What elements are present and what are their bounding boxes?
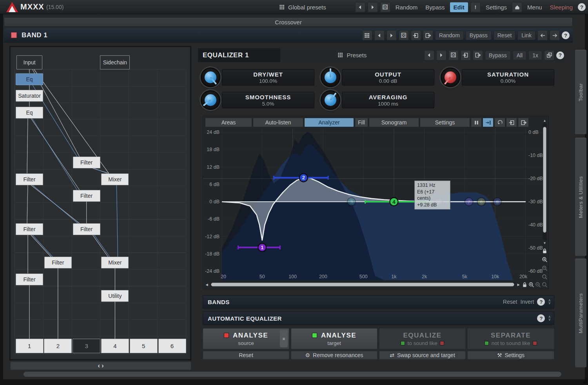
tab-auto-listen[interactable]: Auto-listen [253, 118, 303, 127]
node-saturator-saturator[interactable]: Saturator [16, 90, 43, 102]
graph-export-icon[interactable] [518, 118, 528, 127]
tab-sonogram[interactable]: Sonogram [369, 118, 419, 127]
dry-wet-knob[interactable] [201, 68, 220, 87]
analyse-target-button[interactable]: ANALYSE target [291, 328, 377, 349]
eq-help-icon[interactable]: ? [556, 51, 564, 59]
node-filter-filter_g[interactable]: Filter [16, 274, 43, 285]
band-forward-arrow[interactable] [550, 30, 560, 40]
scroll-up-icon[interactable]: ▲ [542, 118, 547, 123]
scroll-right-icon[interactable]: ▶ [516, 282, 521, 287]
random-dice-icon[interactable]: ⚄ [380, 2, 390, 12]
bypass-button[interactable]: Bypass [423, 3, 447, 12]
tab-analyzer[interactable]: Analyzer [305, 118, 354, 127]
zoom-out-icon[interactable] [542, 265, 548, 271]
eq-plot[interactable]: 1234576824 dB18 dB12 dB6 dB0 dB-6 dB-12 … [203, 128, 543, 280]
node-input-input[interactable]: Input [16, 55, 42, 69]
eq-band-3-handle[interactable]: 3 [347, 198, 356, 206]
graph-import-icon[interactable] [506, 118, 517, 127]
analyse-source-menu-icon[interactable]: ≡ [280, 330, 288, 347]
averaging-knob[interactable] [321, 90, 340, 110]
graph-vertical-scrollbar[interactable]: ▲ ▼ [542, 118, 548, 286]
node-filter-filter_c[interactable]: Filter [73, 190, 100, 202]
scroll-down-icon[interactable]: ▼ [542, 241, 547, 245]
node-mixer-mixer_b[interactable]: Mixer [101, 257, 129, 268]
sleeping-status[interactable]: Sleeping [547, 3, 575, 12]
band-back-arrow[interactable] [537, 30, 548, 40]
node-filter-filter_d[interactable]: Filter [16, 223, 43, 235]
output-slot-4[interactable]: 4 [101, 339, 129, 353]
home-icon[interactable] [512, 2, 522, 12]
settings-button[interactable]: Settings [483, 3, 510, 12]
next-preset-button[interactable] [368, 2, 378, 12]
output-slot-1[interactable]: 1 [16, 339, 44, 353]
help-icon[interactable]: ? [578, 3, 586, 11]
menu-button[interactable]: Menu [524, 3, 545, 12]
output-value-panel[interactable]: OUTPUT0.00 dB [342, 69, 434, 86]
remove-resonances-button[interactable]: ⚙ Remove resonances [291, 351, 377, 359]
node-filter-filter_f[interactable]: Filter [44, 257, 72, 268]
smoothness-value-panel[interactable]: SMOOTHNESS5.0% [222, 92, 314, 108]
eq-next-button[interactable] [436, 50, 446, 60]
scroll-left-icon[interactable]: ◀ [204, 282, 209, 287]
node-filter-filter_e[interactable]: Filter [73, 223, 100, 235]
eq-band-7-handle[interactable]: 7 [465, 198, 473, 206]
vscroll-thumb[interactable] [543, 127, 546, 233]
normalize-icon[interactable] [483, 118, 493, 127]
eq-export-icon[interactable] [473, 50, 483, 60]
band-import-icon[interactable] [411, 30, 421, 40]
smoothness-knob[interactable] [201, 90, 220, 110]
hscroll-thumb[interactable] [211, 283, 514, 286]
eq-1x-button[interactable]: 1x [528, 51, 542, 60]
autoeq-collapse-spinner[interactable]: ∧∨ [548, 316, 551, 321]
band-next-button[interactable] [387, 30, 397, 40]
band-link-button[interactable]: Link [517, 31, 535, 40]
bands-reset-button[interactable]: Reset [503, 299, 517, 305]
output-slot-5[interactable]: 5 [130, 339, 158, 353]
analyse-source-button[interactable]: ANALYSE source ≡ [203, 328, 289, 349]
eq-prev-button[interactable] [424, 50, 434, 60]
edit-button[interactable]: Edit [450, 2, 468, 12]
h-zoom-out-icon[interactable] [535, 282, 541, 288]
eq-bypass-button[interactable]: Bypass [485, 51, 511, 60]
sidebar-tab-multiparameters[interactable]: MultiParameters [575, 259, 586, 367]
node-eq-eq2[interactable]: Eq [16, 107, 43, 119]
panel-collapse-handle[interactable]: ‹ › [10, 361, 191, 370]
eq-band-6-handle[interactable]: 6 [477, 198, 485, 206]
band-reset-button[interactable]: Reset [494, 31, 516, 40]
band-bypass-button[interactable]: Bypass [466, 31, 492, 40]
band-color-swatch[interactable] [11, 32, 17, 38]
tab-fill[interactable]: Fill [355, 118, 368, 127]
saturation-knob[interactable] [441, 68, 460, 87]
node-utility-utility[interactable]: Utility [101, 290, 129, 302]
undo-icon[interactable] [495, 118, 505, 127]
equalizer-presets-button[interactable]: Presets [280, 52, 424, 58]
eq-dice-icon[interactable]: ⚄ [448, 50, 459, 60]
zoom-in-icon[interactable] [542, 257, 548, 263]
bands-collapse-spinner[interactable]: ∧∨ [548, 299, 551, 305]
prev-preset-button[interactable] [355, 2, 365, 12]
h-lock-icon[interactable] [522, 282, 528, 288]
node-mixer-mixer_a[interactable]: Mixer [101, 173, 129, 185]
crossover-bar[interactable]: Crossover [4, 17, 573, 27]
node-eq-eq1[interactable]: Eq [16, 73, 43, 85]
random-button[interactable]: Random [393, 3, 421, 12]
node-filter-filter_a[interactable]: Filter [73, 157, 100, 168]
equalize-button[interactable]: EQUALIZE to sound like [379, 328, 466, 349]
pause-icon[interactable] [471, 118, 481, 127]
node-sidechain-sidechain[interactable]: Sidechain [100, 55, 130, 69]
eq-band-8-handle[interactable]: 8 [493, 198, 501, 206]
band-dice-icon[interactable]: ⚄ [399, 30, 409, 40]
averaging-value-panel[interactable]: AVERAGING1000 ms [342, 92, 434, 108]
eq-all-button[interactable]: All [513, 51, 527, 60]
output-slot-3[interactable]: 3 [73, 339, 100, 353]
zoom-auto-icon[interactable] [542, 274, 548, 280]
eq-import-icon[interactable] [461, 50, 471, 60]
band-prev-button[interactable] [374, 30, 385, 40]
node-filter-filter_b[interactable]: Filter [16, 173, 43, 185]
bands-invert-button[interactable]: Invert [520, 299, 534, 305]
autoeq-reset-button[interactable]: Reset [203, 351, 289, 359]
tab-settings[interactable]: Settings [420, 118, 470, 127]
dry-wet-value-panel[interactable]: DRY/WET100.0% [222, 69, 314, 86]
sidebar-tab-meters-utilities[interactable]: Meters & Utilities [575, 138, 586, 256]
global-presets-button[interactable]: Global presets [279, 0, 326, 14]
